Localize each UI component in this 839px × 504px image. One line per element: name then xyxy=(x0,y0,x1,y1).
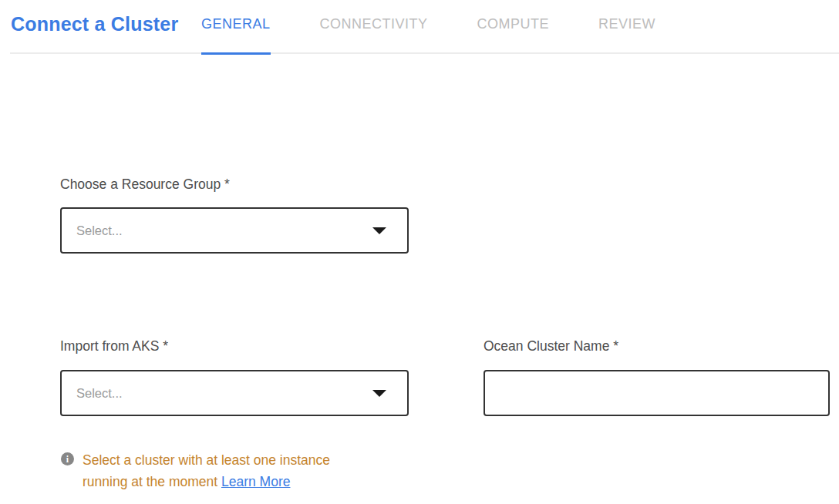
import-aks-note-text: Select a cluster with at least one insta… xyxy=(83,449,366,492)
tab-review[interactable]: REVIEW xyxy=(598,16,655,55)
page-title: Connect a Cluster xyxy=(11,13,178,35)
import-aks-select[interactable]: Select... xyxy=(60,370,409,416)
resource-group-select[interactable]: Select... xyxy=(60,207,409,254)
import-aks-select-placeholder: Select... xyxy=(76,386,123,401)
tab-compute[interactable]: COMPUTE xyxy=(477,16,550,55)
import-aks-note: i Select a cluster with at least one ins… xyxy=(61,449,369,492)
resource-group-select-placeholder: Select... xyxy=(76,223,123,238)
import-aks-label: Import from AKS * xyxy=(60,338,168,354)
caret-down-icon xyxy=(372,390,386,397)
learn-more-link[interactable]: Learn More xyxy=(221,474,291,489)
ocean-cluster-name-label: Ocean Cluster Name * xyxy=(484,338,618,354)
wizard-header: Connect a Cluster GENERAL CONNECTIVITY C… xyxy=(0,0,839,55)
tab-connectivity[interactable]: CONNECTIVITY xyxy=(320,16,428,55)
wizard-tabs: GENERAL CONNECTIVITY COMPUTE REVIEW xyxy=(201,16,705,55)
info-icon: i xyxy=(61,452,74,465)
ocean-cluster-name-input[interactable] xyxy=(484,370,830,416)
resource-group-label: Choose a Resource Group * xyxy=(60,176,230,193)
caret-down-icon xyxy=(372,227,386,234)
tab-general[interactable]: GENERAL xyxy=(201,16,271,55)
note-message: Select a cluster with at least one insta… xyxy=(83,452,330,489)
